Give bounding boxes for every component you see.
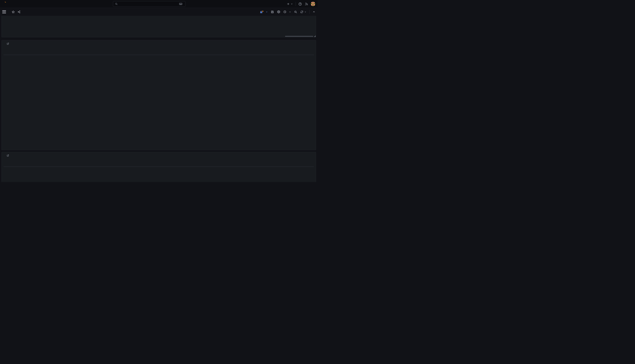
top-nav-bar <box>0 0 318 8</box>
panel-4xx-requests-errors <box>2 152 316 182</box>
search-shortcut <box>179 3 183 5</box>
add-panel-icon <box>260 10 264 13</box>
search-icon <box>115 3 118 5</box>
grafana-logo-icon[interactable] <box>2 2 7 6</box>
external-link-icon[interactable] <box>6 42 9 45</box>
help-icon[interactable] <box>298 2 302 6</box>
table-header-row <box>4 48 314 55</box>
menu-icon[interactable] <box>2 10 6 13</box>
keyboard-icon <box>179 3 182 5</box>
chevron-down-icon <box>304 11 306 13</box>
refresh-button[interactable] <box>300 10 306 14</box>
chevron-down-icon <box>291 3 293 5</box>
external-link-icon[interactable] <box>6 154 9 157</box>
dashboard-canvas <box>0 16 318 182</box>
logs-panel <box>2 16 316 37</box>
share-icon[interactable] <box>18 10 21 14</box>
time-range-picker[interactable] <box>283 10 291 13</box>
logs-horizontal-scrollbar[interactable] <box>285 36 313 37</box>
panel-resize-handle[interactable] <box>314 35 316 37</box>
table-header-row <box>4 160 314 167</box>
user-avatar[interactable] <box>311 2 315 6</box>
save-dashboard-icon[interactable] <box>271 10 274 14</box>
favorite-star-icon[interactable] <box>12 10 15 14</box>
plus-icon <box>287 2 290 6</box>
chevron-down-icon <box>266 11 268 13</box>
chevron-down-icon <box>289 11 291 13</box>
global-search-input[interactable] <box>113 1 186 7</box>
zoom-out-icon[interactable] <box>294 10 297 14</box>
topbar-divider <box>296 2 296 6</box>
refresh-icon <box>300 10 304 14</box>
panel-5xx-requests-errors <box>2 40 316 150</box>
dashboard-settings-icon[interactable] <box>277 10 280 14</box>
add-button[interactable] <box>260 10 268 13</box>
collapse-up-icon[interactable] <box>312 10 315 13</box>
clock-icon <box>283 10 286 13</box>
new-button[interactable] <box>287 2 293 6</box>
news-icon[interactable] <box>304 2 308 6</box>
dashboard-toolbar <box>0 8 318 16</box>
